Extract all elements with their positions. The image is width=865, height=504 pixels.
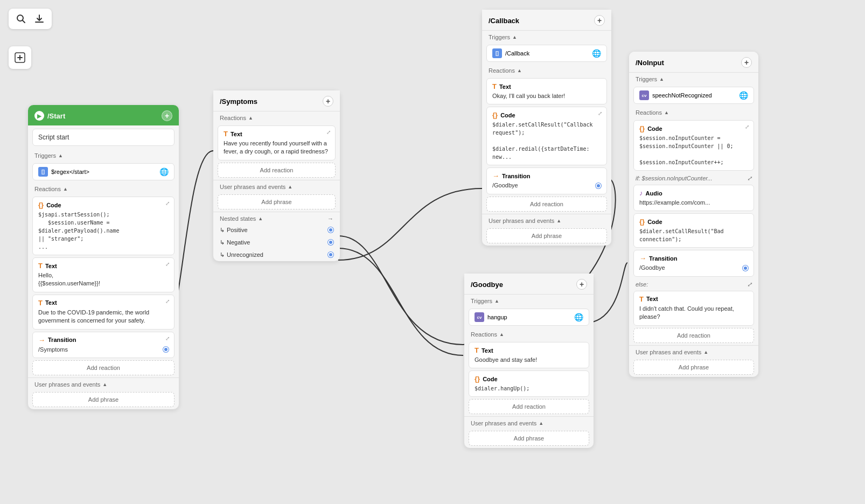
reaction-transition-1: → Transition /Symptoms ⤢ <box>32 332 175 358</box>
noinput-transition-dot <box>743 265 748 271</box>
else-label: else: ⤢ <box>629 279 758 289</box>
noinput-trigger-text: speechNotRecognized <box>652 92 712 99</box>
goodbye-trigger-icon: cv <box>475 312 484 322</box>
callback-add-reaction-btn[interactable]: Add reaction <box>486 197 607 212</box>
goodbye-user-phrases: User phrases and events ▲ Add phrase <box>464 416 594 446</box>
callback-header: /Callback + <box>482 10 611 31</box>
goodbye-text-icon: T <box>475 346 479 354</box>
code-icon-1: {} <box>38 201 44 209</box>
expand-icon-1[interactable]: ⤢ <box>165 200 170 206</box>
goodbye-add-btn[interactable]: + <box>576 279 587 290</box>
if-expand-icon[interactable]: ⤢ <box>747 175 752 182</box>
canvas: ▶ /Start + Script start Triggers ▲ [] $r… <box>0 0 865 504</box>
noinput-trigger-icon: cv <box>639 90 649 100</box>
symptoms-add-reaction-btn[interactable]: Add reaction <box>218 163 336 178</box>
noinput-audio-icon: ♪ <box>639 189 643 197</box>
noinput-node: /NoInput + Triggers ▲ cv speechNotRecogn… <box>629 52 758 377</box>
expand-icon-3[interactable]: ⤢ <box>165 298 170 304</box>
start-add-reaction-btn[interactable]: Add reaction <box>32 360 175 375</box>
expand-icon-2[interactable]: ⤢ <box>165 261 170 267</box>
callback-reactions-label: Reactions ▲ <box>482 64 611 76</box>
goodbye-node: /Goodbye + Triggers ▲ cv hangup 🌐 Reacti… <box>464 274 594 448</box>
nested-dot-unrecognized <box>328 252 333 257</box>
add-state-button[interactable] <box>9 46 31 69</box>
nested-unrecognized: ↳ Unrecognized <box>213 249 340 261</box>
nested-positive: ↳ Positive <box>213 224 340 236</box>
start-node: ▶ /Start + Script start Triggers ▲ [] $r… <box>28 105 179 409</box>
noinput-globe-icon: 🌐 <box>739 91 748 100</box>
noinput-add-btn[interactable]: + <box>741 57 752 68</box>
goodbye-reactions-label: Reactions ▲ <box>464 328 594 340</box>
noinput-transition-icon: → <box>639 254 646 262</box>
if-label: if: $session.noInputCounter... ⤢ <box>629 173 758 183</box>
callback-node: /Callback + Triggers ▲ [] /Callback 🌐 Re… <box>482 10 611 246</box>
symptoms-text-icon: T <box>224 130 228 138</box>
callback-trigger: [] /Callback 🌐 <box>486 45 607 62</box>
callback-code-icon: {} <box>492 111 498 119</box>
expand-icon-4[interactable]: ⤢ <box>165 335 170 341</box>
callback-title: /Callback <box>489 17 519 25</box>
nested-dot-positive <box>328 227 333 233</box>
reaction-code-1: {} Code $jsapi.startSession(); $session.… <box>32 197 175 255</box>
text-icon-1: T <box>38 262 43 270</box>
callback-transition-icon: → <box>492 172 499 180</box>
goodbye-text-reaction: T Text Goodbye and stay safe! <box>469 342 589 368</box>
callback-add-phrase-btn[interactable]: Add phrase <box>486 228 607 243</box>
transition-dot-1 <box>163 347 169 352</box>
goodbye-trigger: cv hangup 🌐 <box>469 309 589 326</box>
noinput-add-phrase-btn[interactable]: Add phrase <box>633 360 754 375</box>
script-start-label: Script start <box>38 134 69 141</box>
callback-text-icon: T <box>492 82 497 90</box>
symptoms-add-phrase-btn[interactable]: Add phrase <box>218 194 336 209</box>
noinput-else-text-reaction: T Text I didn't catch that. Could you re… <box>633 291 754 326</box>
globe-icon: 🌐 <box>159 167 169 176</box>
start-header: ▶ /Start + <box>28 105 179 125</box>
symptoms-expand[interactable]: ⤢ <box>326 129 331 135</box>
noinput-trigger: cv speechNotRecognized 🌐 <box>633 87 754 104</box>
enter-nested-icon[interactable]: → <box>327 215 333 222</box>
symptoms-nested-states: Nested states ▲ → ↳ Positive ↳ Negative <box>213 212 340 261</box>
noinput-code-reaction: {} Code $session.noInputCounter =$sessio… <box>633 120 754 171</box>
symptoms-text-reaction: T Text Have you recently found yourself … <box>218 125 336 160</box>
callback-add-btn[interactable]: + <box>594 15 605 26</box>
search-icon[interactable] <box>15 13 27 25</box>
noinput-code-icon-2: {} <box>639 218 645 226</box>
goodbye-triggers-label: Triggers ▲ <box>464 295 594 306</box>
noinput-expand[interactable]: ⤢ <box>745 124 749 130</box>
goodbye-trigger-text: hangup <box>487 314 507 320</box>
goodbye-add-reaction-btn[interactable]: Add reaction <box>469 399 589 414</box>
symptoms-user-phrases: User phrases and events ▲ Add phrase <box>213 180 340 209</box>
noinput-user-phrases: User phrases and events ▲ Add phrase <box>629 345 758 375</box>
nested-dot-negative <box>328 240 333 245</box>
noinput-add-reaction-btn[interactable]: Add reaction <box>633 328 754 343</box>
start-add-phrase-btn[interactable]: Add phrase <box>32 392 175 407</box>
noinput-title: /NoInput <box>636 59 664 67</box>
callback-expand[interactable]: ⤢ <box>598 110 602 116</box>
else-expand-icon[interactable]: ⤢ <box>747 281 752 288</box>
start-reactions-label: Reactions ▲ <box>28 183 179 194</box>
noinput-header: /NoInput + <box>629 52 758 73</box>
noinput-triggers-label: Triggers ▲ <box>629 73 758 85</box>
symptoms-title: /Symptoms <box>220 97 257 106</box>
callback-trigger-icon: [] <box>492 48 502 58</box>
reaction-text-2: T Text Due to the COVID-19 pandemic, the… <box>32 295 175 330</box>
callback-transition-dot <box>596 183 601 188</box>
start-add-btn[interactable]: + <box>162 110 172 121</box>
goodbye-header: /Goodbye + <box>464 274 594 295</box>
trigger-icon: [] <box>38 167 48 177</box>
goodbye-add-phrase-btn[interactable]: Add phrase <box>469 431 589 446</box>
callback-globe-icon: 🌐 <box>592 49 601 58</box>
symptoms-reactions-label: Reactions ▲ <box>213 111 340 123</box>
symptoms-node: /Symptoms + Reactions ▲ T Text Have you … <box>213 90 340 261</box>
noinput-audio-reaction: ♪ Audio https://example.com/com... <box>633 185 754 211</box>
symptoms-add-btn[interactable]: + <box>323 96 333 107</box>
start-triggers-label: Triggers ▲ <box>28 149 179 161</box>
noinput-transition-reaction: → Transition /Goodbye <box>633 250 754 276</box>
callback-transition-reaction: → Transition /Goodbye <box>486 167 607 194</box>
callback-text-reaction: T Text Okay, I'll call you back later! <box>486 78 607 104</box>
noinput-else-text-icon: T <box>639 295 644 303</box>
start-trigger-text: $regex</start> <box>51 169 89 175</box>
download-icon[interactable] <box>33 13 45 25</box>
callback-user-phrases: User phrases and events ▲ Add phrase <box>482 214 611 243</box>
start-trigger: [] $regex</start> 🌐 <box>32 163 175 180</box>
